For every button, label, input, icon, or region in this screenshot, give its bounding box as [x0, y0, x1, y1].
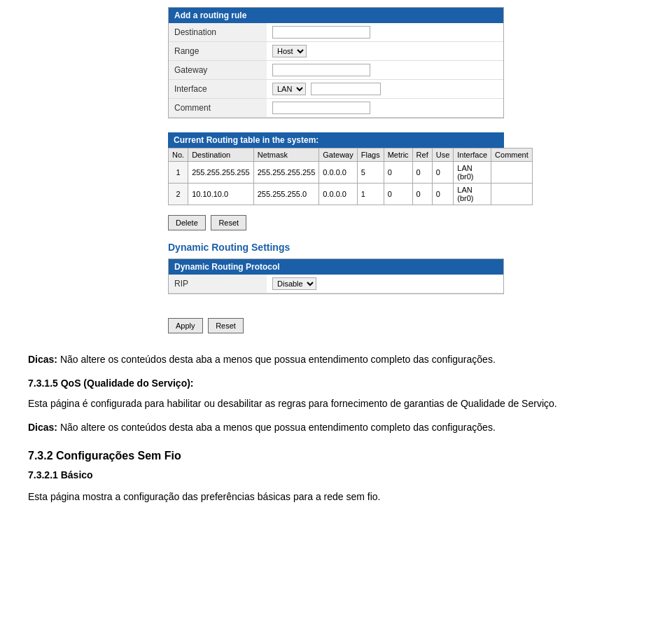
destination-row: Destination — [169, 23, 503, 42]
tips-2-line: Dicas: Não altere os conteúdos desta aba… — [28, 420, 644, 435]
apply-button[interactable]: Apply — [168, 318, 203, 333]
routing-form-table: Destination Range Host Gateway — [169, 23, 503, 118]
col-destination: Destination — [188, 148, 254, 162]
table-reset-button[interactable]: Reset — [211, 215, 246, 230]
col-comment: Comment — [491, 148, 533, 162]
dynamic-protocol-section: Dynamic Routing Protocol RIP Disable — [168, 258, 504, 308]
range-row: Range Host — [169, 42, 503, 61]
section-731-para1: Esta página é configurada para habilitar… — [28, 396, 644, 411]
interface-row: Interface LAN — [169, 80, 503, 99]
tips-1-text: Não altere os conteúdos desta aba a meno… — [57, 354, 496, 365]
section-7321-sub: 7.3.2.1 Básico — [28, 467, 644, 483]
routing-table-header: Current Routing table in the system: — [168, 132, 504, 148]
comment-label: Comment — [169, 99, 267, 118]
col-ref: Ref — [412, 148, 432, 162]
add-routing-rule-panel: Add a routing rule Destination Range Hos… — [168, 7, 504, 118]
table-button-row: Delete Reset — [168, 215, 504, 230]
rip-label: RIP — [169, 275, 267, 293]
section-731-title: 7.3.1.5 QoS (Qualidade do Serviço): — [28, 375, 644, 391]
col-metric: Metric — [384, 148, 412, 162]
range-select[interactable]: Host — [272, 45, 307, 57]
apply-button-row: Apply Reset — [168, 318, 504, 333]
comment-row: Comment — [169, 99, 503, 118]
section-732-title: 7.3.2 Configurações Sem Fio — [28, 447, 644, 465]
col-use: Use — [432, 148, 454, 162]
routing-table-header-row: No. Destination Netmask Gateway Flags Me… — [169, 148, 533, 162]
routing-table: No. Destination Netmask Gateway Flags Me… — [168, 148, 533, 205]
apply-reset-button[interactable]: Reset — [208, 318, 244, 333]
delete-button[interactable]: Delete — [168, 215, 206, 230]
gateway-input[interactable] — [272, 64, 370, 76]
tips-2-text: Não altere os conteúdos desta aba a meno… — [57, 422, 496, 433]
current-routing-table-section: Current Routing table in the system: No.… — [168, 132, 504, 205]
table-row: 210.10.10.0255.255.255.00.0.0.01000LAN (… — [169, 184, 533, 205]
destination-input[interactable] — [272, 26, 370, 39]
destination-label: Destination — [169, 23, 267, 42]
rip-select[interactable]: Disable — [272, 277, 316, 290]
interface-label: Interface — [169, 80, 267, 99]
tips-2-bold: Dicas: — [28, 422, 57, 433]
interface-select[interactable]: LAN — [272, 83, 306, 95]
dynamic-protocol-panel: Dynamic Routing Protocol RIP Disable — [168, 258, 504, 294]
table-row: 1255.255.255.255255.255.255.2550.0.0.050… — [169, 162, 533, 184]
body-content: Dicas: Não altere os conteúdos desta aba… — [28, 352, 644, 504]
col-no: No. — [169, 148, 188, 162]
col-gateway: Gateway — [319, 148, 357, 162]
rip-row: RIP Disable — [169, 275, 503, 293]
interface-extra-input[interactable] — [311, 83, 381, 95]
col-netmask: Netmask — [253, 148, 319, 162]
dynamic-protocol-header: Dynamic Routing Protocol — [169, 259, 503, 275]
dynamic-routing-title: Dynamic Routing Settings — [168, 242, 504, 253]
dynamic-protocol-table: RIP Disable — [169, 275, 503, 293]
comment-input[interactable] — [272, 102, 370, 114]
range-label: Range — [169, 42, 267, 61]
add-routing-rule-title: Add a routing rule — [169, 8, 503, 23]
col-interface: Interface — [454, 148, 491, 162]
gateway-label: Gateway — [169, 61, 267, 80]
gateway-row: Gateway — [169, 61, 503, 80]
col-flags: Flags — [357, 148, 384, 162]
tips-1-bold: Dicas: — [28, 354, 57, 365]
section-7321-para: Esta página mostra a configuração das pr… — [28, 489, 644, 504]
tips-1-line: Dicas: Não altere os conteúdos desta aba… — [28, 352, 644, 367]
